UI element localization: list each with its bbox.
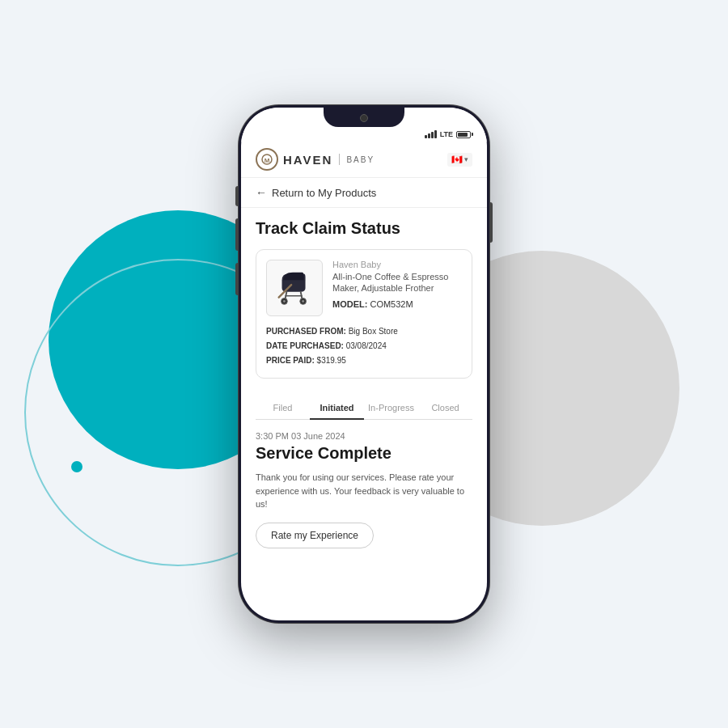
bg-dot xyxy=(71,461,83,472)
product-info: Haven Baby All-in-One Coffee & Espresso … xyxy=(332,260,462,316)
product-name: All-in-One Coffee & Espresso Maker, Adju… xyxy=(332,271,462,294)
brand-logo: M HAVEN BABY xyxy=(256,148,375,171)
brand-text: HAVEN BABY xyxy=(283,153,375,167)
status-description: Thank you for using our services. Please… xyxy=(256,471,472,511)
timeline-tabs: Filed Initiated In-Progress Closed xyxy=(256,403,472,420)
price-value: $319.95 xyxy=(317,356,346,365)
tab-in-progress[interactable]: In-Progress xyxy=(364,403,418,419)
battery-icon xyxy=(456,131,471,138)
purchased-from-value: Big Box Store xyxy=(349,327,398,336)
back-navigation[interactable]: ← Return to My Products xyxy=(241,178,487,208)
volume-up-button xyxy=(235,218,239,251)
product-image xyxy=(266,260,323,316)
brand-haven: HAVEN xyxy=(283,153,332,167)
status-timestamp: 3:30 PM 03 June 2024 xyxy=(256,431,472,441)
status-indicators: LTE xyxy=(425,130,471,138)
volume-down-button xyxy=(235,263,239,295)
phone-frame: LTE M HAVEN xyxy=(239,105,489,623)
logo-icon: M xyxy=(256,148,278,171)
main-content: Track Claim Status xyxy=(241,208,487,403)
app-header: M HAVEN BABY 🇨🇦 ▾ xyxy=(241,142,487,178)
rate-experience-button[interactable]: Rate my Experience xyxy=(256,523,374,548)
country-selector[interactable]: 🇨🇦 ▾ xyxy=(447,153,472,167)
back-nav-label: Return to My Products xyxy=(272,187,376,199)
product-top: Haven Baby All-in-One Coffee & Espresso … xyxy=(266,260,462,316)
dropdown-arrow: ▾ xyxy=(464,155,468,163)
phone-content[interactable]: M HAVEN BABY 🇨🇦 ▾ ← Return to xyxy=(241,142,487,620)
network-label: LTE xyxy=(440,130,453,138)
brand-divider xyxy=(339,154,340,165)
status-bar: LTE xyxy=(241,108,487,142)
back-arrow-icon: ← xyxy=(256,186,267,199)
camera xyxy=(360,114,368,122)
page-title: Track Claim Status xyxy=(256,219,472,238)
purchased-from-label: PURCHASED FROM: xyxy=(266,327,346,336)
tab-filed[interactable]: Filed xyxy=(256,403,310,419)
svg-point-5 xyxy=(302,300,304,303)
tab-initiated[interactable]: Initiated xyxy=(310,403,364,419)
mute-button xyxy=(235,186,239,206)
product-details: PURCHASED FROM: Big Box Store DATE PURCH… xyxy=(266,324,462,368)
product-brand: Haven Baby xyxy=(332,260,462,269)
brand-baby: BABY xyxy=(346,155,375,164)
product-model: MODEL: COM532M xyxy=(332,299,462,309)
flag-icon: 🇨🇦 xyxy=(451,154,463,165)
status-section: Filed Initiated In-Progress Closed 3:30 … xyxy=(241,403,487,565)
notch xyxy=(324,108,404,127)
tab-closed[interactable]: Closed xyxy=(418,403,472,419)
phone-screen: LTE M HAVEN xyxy=(241,108,487,620)
date-value: 03/08/2024 xyxy=(346,341,387,350)
product-card: Haven Baby All-in-One Coffee & Espresso … xyxy=(256,249,472,379)
price-label: PRICE PAID: xyxy=(266,356,315,365)
svg-point-4 xyxy=(283,300,286,303)
status-title: Service Complete xyxy=(256,444,472,463)
svg-text:M: M xyxy=(265,157,270,164)
power-button xyxy=(489,202,493,243)
date-label: DATE PURCHASED: xyxy=(266,341,344,350)
signal-icon xyxy=(425,130,437,138)
